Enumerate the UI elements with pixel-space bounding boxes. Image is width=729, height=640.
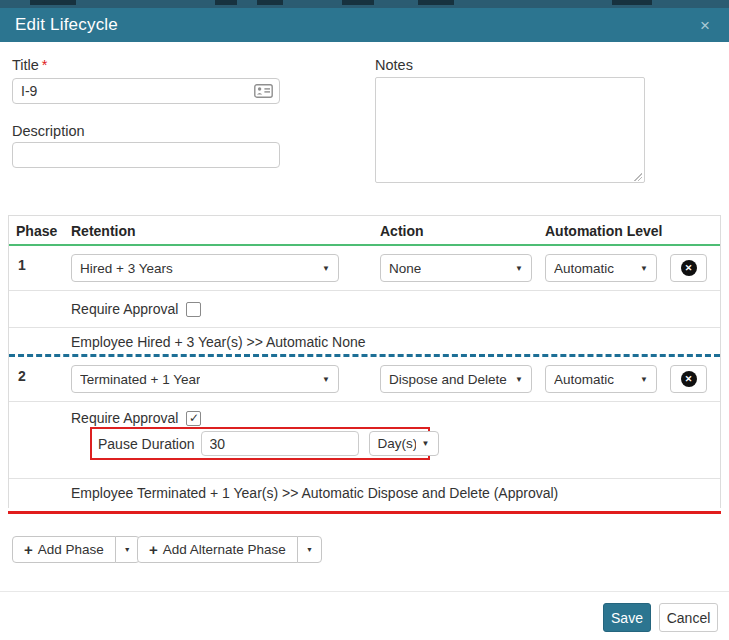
require-approval-label: Require Approval [71,410,178,426]
background-page-fragment [257,0,283,5]
pause-duration-input[interactable] [201,431,359,456]
add-phase-split-button: + Add Phase ▼ [12,536,140,563]
modal-header: Edit Lifecycle × [0,8,729,42]
annotation-underline [8,511,721,514]
chevron-down-icon: ▼ [316,264,330,273]
column-header-automation-level: Automation Level [545,216,662,246]
background-page-fragment [215,0,237,5]
phase-summary-text: Employee Hired + 3 Year(s) >> Automatic … [71,334,366,350]
column-header-phase: Phase [16,216,57,246]
plus-icon: + [24,542,33,557]
require-approval-row-phase-2: Require Approval ✓ Pause Duration Day(s)… [9,402,720,479]
require-approval-label: Require Approval [71,301,178,317]
column-header-retention: Retention [71,216,136,246]
column-header-action: Action [380,216,424,246]
automation-dropdown-phase-2[interactable]: Automatic ▼ [545,365,657,393]
background-page-fragment [418,0,454,5]
background-page-fragment [342,0,374,5]
table-header-row: Phase Retention Action Automation Level [9,216,720,246]
action-dropdown-phase-2[interactable]: Dispose and Delete ▼ [380,365,532,393]
contact-card-icon[interactable] [254,84,273,98]
chevron-down-icon: ▼ [634,375,648,384]
save-button[interactable]: Save [603,603,651,632]
phase-number: 2 [18,368,26,384]
cancel-button[interactable]: Cancel [659,603,718,632]
resize-handle-icon[interactable] [633,172,642,181]
notes-textarea[interactable] [375,77,645,183]
delete-circle-x-icon: ✕ [681,260,697,276]
title-label: Title* [12,57,48,73]
retention-dropdown-phase-1[interactable]: Hired + 3 Years ▼ [71,254,339,282]
chevron-down-icon: ▼ [316,375,330,384]
description-input[interactable] [12,142,280,168]
required-asterisk: * [42,57,48,73]
delete-circle-x-icon: ✕ [681,371,697,387]
pause-duration-unit-dropdown[interactable]: Day(s) ▼ [369,431,439,456]
delete-phase-2-button[interactable]: ✕ [670,365,707,393]
phase-number: 1 [18,257,26,273]
chevron-down-icon: ▼ [509,375,523,384]
chevron-down-icon: ▼ [416,439,430,448]
add-alternate-phase-split-button: + Add Alternate Phase ▼ [137,536,322,563]
background-page-strip [0,0,729,8]
automation-dropdown-phase-1[interactable]: Automatic ▼ [545,254,657,282]
title-field-wrap [12,78,280,104]
plus-icon: + [149,542,158,557]
description-label: Description [12,123,85,139]
retention-dropdown-phase-2[interactable]: Terminated + 1 Year ▼ [71,365,339,393]
title-input[interactable] [12,78,280,104]
chevron-down-icon: ▼ [509,264,523,273]
phase-2-summary-row: Employee Terminated + 1 Year(s) >> Autom… [9,479,720,508]
add-alternate-phase-button[interactable]: + Add Alternate Phase [137,536,298,563]
require-approval-checkbox-phase-1[interactable] [186,302,201,317]
background-page-fragment [30,0,76,5]
require-approval-checkbox-phase-2[interactable]: ✓ [186,411,201,426]
edit-lifecycle-modal: Edit Lifecycle × Title* Description Note… [0,0,729,640]
phase-2-row: 2 Terminated + 1 Year ▼ Dispose and Dele… [9,357,720,402]
notes-label: Notes [375,57,413,73]
footer-divider [0,591,729,592]
delete-phase-1-button[interactable]: ✕ [670,254,707,282]
close-icon[interactable]: × [696,15,714,36]
phase-table: Phase Retention Action Automation Level … [8,215,721,508]
annotation-highlight-box: Pause Duration Day(s) ▼ [90,427,430,460]
phase-1-row: 1 Hired + 3 Years ▼ None ▼ Automatic ▼ ✕ [9,246,720,291]
add-alternate-phase-caret-button[interactable]: ▼ [297,536,322,563]
chevron-down-icon: ▼ [634,264,648,273]
background-page-fragment [612,0,652,5]
add-phase-button[interactable]: + Add Phase [12,536,116,563]
require-approval-row-phase-1: Require Approval [9,291,720,328]
phase-1-summary-row: Employee Hired + 3 Year(s) >> Automatic … [9,328,720,357]
pause-duration-label: Pause Duration [98,436,195,452]
modal-title: Edit Lifecycle [15,15,118,35]
action-dropdown-phase-1[interactable]: None ▼ [380,254,532,282]
phase-summary-text: Employee Terminated + 1 Year(s) >> Autom… [71,485,558,501]
